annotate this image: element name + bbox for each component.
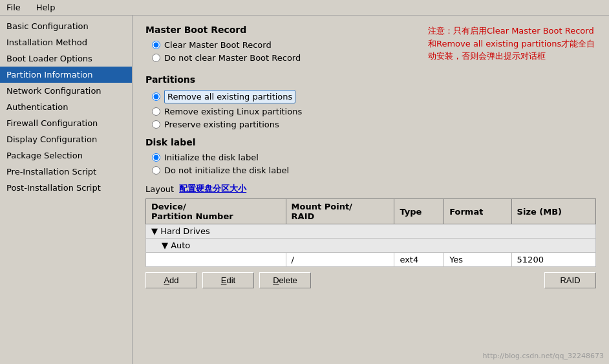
sidebar-item-basic-config[interactable]: Basic Configuration xyxy=(0,18,132,34)
table-row-auto: ▼ Auto xyxy=(146,239,596,253)
table-header-device: Device/Partition Number xyxy=(146,199,286,224)
add-button[interactable]: Add xyxy=(145,272,197,288)
partition-option-remove-linux: Remove existing Linux partitions xyxy=(152,107,596,116)
partitions-section: Partitions Remove all existing partition… xyxy=(145,74,596,129)
watermark: http://blog.csdn.net/qq_32248673 xyxy=(483,352,604,360)
layout-label-row: Layout 配置硬盘分区大小 xyxy=(145,183,596,195)
table-header-format: Format xyxy=(444,199,511,224)
table-header-type: Type xyxy=(394,199,444,224)
menu-help[interactable]: Help xyxy=(32,1,59,14)
sidebar-item-display-config[interactable]: Display Configuration xyxy=(0,131,132,147)
content-area: Master Boot Record Clear Master Boot Rec… xyxy=(133,16,609,364)
edit-button[interactable]: Edit xyxy=(202,272,254,288)
partition-option-remove-all: Remove all existing partitions xyxy=(152,90,596,103)
menubar: File Help xyxy=(0,0,609,16)
partition-remove-all-radio[interactable] xyxy=(152,92,160,101)
table-header-size: Size (MB) xyxy=(511,199,595,224)
disk-label-title: Disk label xyxy=(145,137,596,147)
disk-table: Device/Partition Number Mount Point/RAID… xyxy=(145,198,596,267)
partition-remove-linux-label[interactable]: Remove existing Linux partitions xyxy=(164,107,302,116)
mbr-option-clear: Clear Master Boot Record xyxy=(152,40,415,50)
disk-label-section: Disk label Initialize the disk label Do … xyxy=(145,137,596,175)
raid-button[interactable]: RAID xyxy=(544,272,596,288)
partitions-radio-group: Remove all existing partitions Remove ex… xyxy=(152,90,596,129)
top-section: Master Boot Record Clear Master Boot Rec… xyxy=(145,25,596,67)
hard-drives-label: ▼ Hard Drives xyxy=(146,224,596,239)
sidebar-item-network-config[interactable]: Network Configuration xyxy=(0,83,132,99)
disk-init-radio[interactable] xyxy=(152,153,160,162)
sidebar-item-package-selection[interactable]: Package Selection xyxy=(0,147,132,164)
disk-noinit-label[interactable]: Do not initialize the disk label xyxy=(164,166,289,175)
auto-label: ▼ Auto xyxy=(146,239,596,253)
sidebar-item-firewall-config[interactable]: Firewall Configuration xyxy=(0,115,132,131)
mbr-noclear-label[interactable]: Do not clear Master Boot Record xyxy=(164,53,301,63)
disk-noinit-option: Do not initialize the disk label xyxy=(152,166,596,175)
sidebar-item-pre-install[interactable]: Pre-Installation Script xyxy=(0,164,132,180)
mbr-section: Master Boot Record Clear Master Boot Rec… xyxy=(145,25,415,67)
notice-text: 注意：只有启用Clear Master Boot Record和Remove a… xyxy=(428,25,596,67)
partition-device xyxy=(146,253,286,267)
layout-config-link[interactable]: 配置硬盘分区大小 xyxy=(179,183,246,195)
disk-noinit-radio[interactable] xyxy=(152,166,160,175)
table-header-mount: Mount Point/RAID xyxy=(286,199,394,224)
partition-preserve-radio[interactable] xyxy=(152,120,160,129)
partition-type: ext4 xyxy=(394,253,444,267)
layout-label-text: Layout xyxy=(145,184,174,194)
partition-preserve-label[interactable]: Preserve existing partitions xyxy=(164,120,279,129)
main-container: Basic Configuration Installation Method … xyxy=(0,16,609,364)
layout-section: Layout 配置硬盘分区大小 Device/Partition Number … xyxy=(145,183,596,288)
mbr-clear-label[interactable]: Clear Master Boot Record xyxy=(164,40,272,50)
partition-remove-all-label[interactable]: Remove all existing partitions xyxy=(164,90,295,103)
disk-init-option: Initialize the disk label xyxy=(152,153,596,162)
sidebar-item-authentication[interactable]: Authentication xyxy=(0,99,132,115)
partition-size: 51200 xyxy=(511,253,595,267)
table-row-hard-drives: ▼ Hard Drives xyxy=(146,224,596,239)
sidebar: Basic Configuration Installation Method … xyxy=(0,16,133,364)
partition-mount: / xyxy=(286,253,394,267)
disk-init-label[interactable]: Initialize the disk label xyxy=(164,153,259,162)
mbr-clear-radio[interactable] xyxy=(152,41,160,49)
sidebar-item-partition-info[interactable]: Partition Information xyxy=(0,67,132,83)
mbr-radio-group: Clear Master Boot Record Do not clear Ma… xyxy=(152,40,415,63)
sidebar-item-post-install[interactable]: Post-Installation Script xyxy=(0,180,132,196)
mbr-option-noclear: Do not clear Master Boot Record xyxy=(152,53,415,63)
disk-label-radio-group: Initialize the disk label Do not initial… xyxy=(152,153,596,175)
mbr-title: Master Boot Record xyxy=(145,25,415,35)
table-row-partition: / ext4 Yes 51200 xyxy=(146,253,596,267)
sidebar-item-boot-loader[interactable]: Boot Loader Options xyxy=(0,50,132,67)
sidebar-item-install-method[interactable]: Installation Method xyxy=(0,34,132,50)
partition-remove-linux-radio[interactable] xyxy=(152,107,160,116)
delete-button[interactable]: Delete xyxy=(259,272,311,288)
menu-file[interactable]: File xyxy=(3,1,25,14)
partition-format: Yes xyxy=(444,253,511,267)
partitions-title: Partitions xyxy=(145,74,596,85)
partition-option-preserve: Preserve existing partitions xyxy=(152,120,596,129)
buttons-row: Add Edit Delete RAID xyxy=(145,272,596,288)
mbr-noclear-radio[interactable] xyxy=(152,54,160,62)
